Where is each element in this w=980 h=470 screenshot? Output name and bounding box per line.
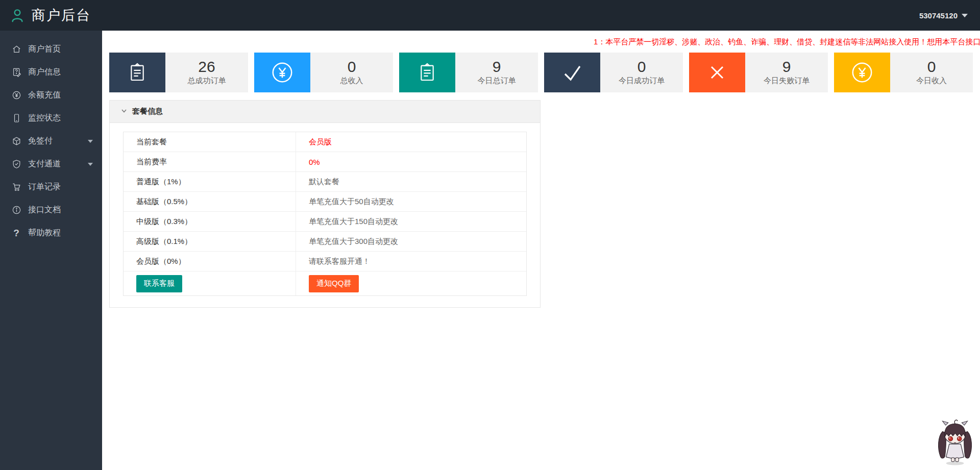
sidebar: 商户首页 商户信息 余额充值 监控状态 [0, 31, 102, 470]
app-header: 商户后台 530745120 [0, 0, 980, 31]
table-row: 当前套餐 会员版 [124, 132, 526, 152]
stat-label: 总成功订单 [188, 76, 226, 86]
sidebar-item-merchant-home[interactable]: 商户首页 [0, 38, 102, 61]
package-info-panel: 套餐信息 当前套餐 会员版 当前费率 0% 普通版（1%） 默认套餐 基础版（0… [109, 100, 541, 308]
logo: 商户后台 [0, 6, 91, 24]
stat-card-total-income: 0 总收入 [254, 53, 393, 92]
person-logo-icon [9, 7, 26, 23]
sidebar-item-pay-channels[interactable]: 支付通道 [0, 153, 102, 176]
submenu-caret-icon [88, 163, 93, 166]
stat-value: 9 [493, 59, 501, 75]
sidebar-item-no-sign-pay[interactable]: 免签付 [0, 130, 102, 153]
app-title: 商户后台 [32, 6, 91, 24]
table-row: 中级版（0.3%） 单笔充值大于150自动更改 [124, 212, 526, 232]
panel-title: 套餐信息 [132, 107, 163, 116]
shield-check-icon [11, 159, 21, 169]
stat-label: 今日总订单 [478, 76, 516, 86]
stat-label: 总收入 [340, 76, 363, 86]
yen-circle-icon [254, 53, 310, 92]
stat-card-total-success-orders: 26 总成功订单 [109, 53, 248, 92]
chevron-down-icon [120, 107, 128, 116]
user-id: 530745120 [919, 11, 958, 20]
cart-icon [11, 182, 21, 192]
sidebar-item-monitor-status[interactable]: 监控状态 [0, 107, 102, 130]
stat-card-today-success-orders: 0 今日成功订单 [544, 53, 683, 92]
yen-circle-icon [834, 53, 890, 92]
stat-value: 26 [198, 59, 215, 75]
user-menu[interactable]: 530745120 [919, 0, 968, 31]
sidebar-item-balance-recharge[interactable]: 余额充值 [0, 84, 102, 107]
chibi-mascot[interactable] [934, 418, 976, 468]
sidebar-item-help-tutorial[interactable]: ? 帮助教程 [0, 221, 102, 244]
prohibited-usage-notice: 1：本平台严禁一切淫秽、涉赌、政治、钓鱼、诈骗、理财、借贷、封建迷信等非法网站接… [594, 37, 980, 47]
sidebar-item-merchant-info[interactable]: 商户信息 [0, 61, 102, 84]
yen-circle-icon [11, 90, 21, 101]
stat-value: 0 [638, 59, 646, 75]
table-row: 当前费率 0% [124, 152, 526, 172]
qq-group-notice-button[interactable]: 通知QQ群 [309, 275, 359, 292]
stat-value: 0 [348, 59, 356, 75]
check-icon [544, 53, 600, 92]
stat-card-today-failed-orders: 9 今日失败订单 [689, 53, 828, 92]
table-row: 普通版（1%） 默认套餐 [124, 172, 526, 192]
table-row: 会员版（0%） 请联系客服开通！ [124, 252, 526, 271]
x-icon [689, 53, 745, 92]
sidebar-item-order-records[interactable]: 订单记录 [0, 176, 102, 199]
sidebar-item-api-docs[interactable]: 接口文档 [0, 199, 102, 221]
merchant-info-icon [11, 67, 21, 78]
stat-label: 今日收入 [916, 76, 947, 86]
stats-row: 26 总成功订单 0 总收入 [109, 53, 973, 92]
table-button-row: 联系客服 通知QQ群 [124, 271, 526, 295]
cube-icon [11, 136, 21, 146]
clipboard-icon [109, 53, 165, 92]
stat-label: 今日失败订单 [764, 76, 810, 86]
package-panel-header[interactable]: 套餐信息 [110, 101, 540, 123]
phone-monitor-icon [11, 113, 21, 123]
stat-card-today-income: 0 今日收入 [834, 53, 973, 92]
merchant-dashboard: { "header": { "title": "商户后台", "user_id"… [0, 0, 980, 470]
stat-value: 9 [782, 59, 791, 75]
home-icon [11, 44, 21, 55]
caret-down-icon [962, 14, 968, 17]
contact-support-button[interactable]: 联系客服 [136, 275, 182, 292]
stat-card-today-total-orders: 9 今日总订单 [399, 53, 538, 92]
stat-label: 今日成功订单 [619, 76, 665, 86]
main-content: 1：本平台严禁一切淫秽、涉赌、政治、钓鱼、诈骗、理财、借贷、封建迷信等非法网站接… [102, 31, 980, 470]
table-row: 高级版（0.1%） 单笔充值大于300自动更改 [124, 232, 526, 252]
submenu-caret-icon [88, 140, 93, 143]
table-row: 基础版（0.5%） 单笔充值大于50自动更改 [124, 192, 526, 212]
question-icon: ? [11, 228, 21, 238]
package-table: 当前套餐 会员版 当前费率 0% 普通版（1%） 默认套餐 基础版（0.5%） … [123, 132, 527, 296]
info-circle-icon [11, 205, 21, 215]
stat-value: 0 [927, 59, 936, 75]
clipboard-icon [399, 53, 455, 92]
